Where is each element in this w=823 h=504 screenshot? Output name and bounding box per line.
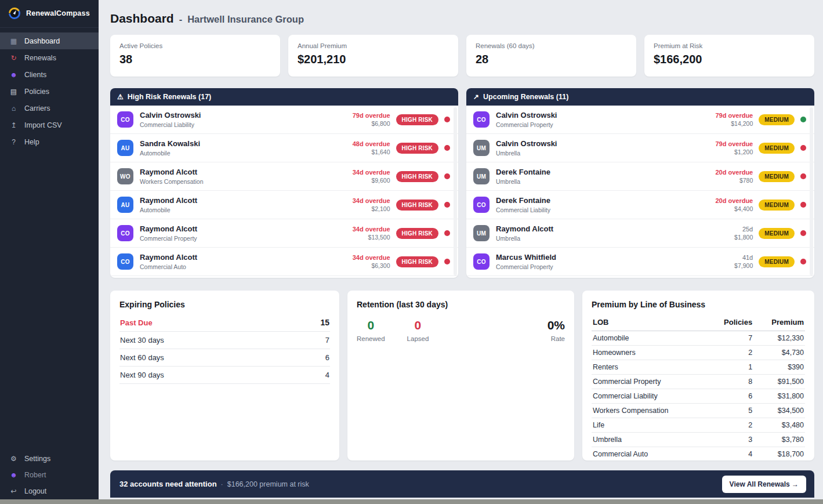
sidebar-item-policies[interactable]: ▤ Policies [0, 83, 99, 100]
renewal-row[interactable]: WO Raymond AlcottWorkers Compensation 34… [110, 162, 458, 191]
col-header-lob: LOB [592, 315, 708, 331]
sidebar-item-carriers[interactable]: ⌂ Carriers [0, 100, 99, 117]
line-of-business: Automobile [140, 206, 197, 213]
premium-amount: $6,300 [353, 262, 390, 270]
question-mark-icon: ? [9, 138, 18, 146]
status-dot [800, 202, 806, 208]
lob-avatar: UM [473, 168, 490, 184]
lob-avatar: AU [117, 197, 133, 213]
renewal-row[interactable]: UM Derek FontaineUmbrella 20d overdue$78… [466, 162, 814, 191]
due-text: 79d overdue [715, 140, 753, 148]
status-dot [800, 173, 806, 179]
line-of-business: Commercial Auto [140, 263, 197, 270]
sidebar-item-label: Carriers [24, 104, 50, 113]
renewed-count: 0 [357, 318, 385, 332]
stat-label: Renewals (60 days) [476, 42, 627, 49]
stat-label: Annual Premium [298, 42, 449, 49]
attention-count-text: 32 accounts need attention [119, 480, 217, 488]
sidebar-item-dashboard[interactable]: ▦ Dashboard [0, 32, 99, 49]
retention-card: Retention (last 30 days) 0 Renewed 0 Lap… [347, 291, 574, 461]
premium-amount: $7,900 [734, 262, 753, 270]
renewal-row[interactable]: UM Raymond AlcottUmbrella 25d$1,800 MEDI… [466, 219, 814, 248]
due-text: 34d overdue [353, 225, 390, 233]
line-of-business: Umbrella [496, 150, 557, 157]
warning-triangle-icon: ⚠ [117, 93, 124, 101]
panel-scrollbar[interactable] [810, 107, 813, 275]
premium-lob-table: LOB Policies Premium Automobile7$12,330 … [592, 315, 805, 462]
renewal-row[interactable]: CO Raymond AlcottCommercial Auto 34d ove… [110, 248, 458, 276]
status-dot [800, 259, 806, 264]
panel-scrollbar[interactable] [454, 107, 457, 275]
status-dot [800, 145, 806, 151]
renewal-row[interactable]: CO Raymond AlcottCommercial Property 34d… [110, 219, 458, 248]
risk-badge: HIGH RISK [396, 143, 438, 154]
risk-badge: MEDIUM [759, 171, 795, 182]
row-label: Next 30 days [120, 336, 164, 345]
sidebar-item-settings[interactable]: ⚙ Settings [0, 451, 99, 467]
table-row: Commercial Auto4$18,700 [592, 447, 805, 462]
sidebar: RenewalCompass ▦ Dashboard ↻ Renewals ☻ … [0, 0, 99, 504]
upcoming-renewals-panel: ↗ Upcoming Renewals (11) CO Calvin Ostro… [466, 88, 814, 278]
sidebar-item-help[interactable]: ? Help [0, 133, 99, 150]
due-text: 48d overdue [353, 140, 390, 148]
premium-amount: $13,500 [353, 234, 390, 242]
renewal-row[interactable]: CO Calvin OstrowskiCommercial Liability … [110, 106, 458, 134]
sidebar-item-label: Settings [24, 455, 50, 463]
gear-icon: ⚙ [9, 455, 18, 463]
lob-avatar: UM [473, 225, 490, 241]
view-all-renewals-button[interactable]: View All Renewals → [722, 476, 806, 493]
renewal-row[interactable]: AU Sandra KowalskiAutomobile 48d overdue… [110, 134, 458, 162]
premium-amount: $6,800 [353, 120, 390, 128]
renewal-row[interactable]: AU Raymond AlcottAutomobile 34d overdue$… [110, 191, 458, 219]
table-row: Umbrella3$3,780 [592, 433, 805, 447]
building-icon: ⌂ [9, 104, 18, 113]
client-name: Derek Fontaine [496, 196, 550, 205]
separator-dot: · [221, 480, 223, 488]
stats-row: Active Policies 38 Annual Premium $201,2… [110, 35, 814, 77]
premium-amount: $1,800 [734, 234, 753, 242]
premium-amount: $9,600 [353, 177, 390, 185]
due-text: 34d overdue [353, 253, 390, 262]
status-dot [444, 259, 450, 264]
row-label: Past Due [120, 318, 153, 327]
lapsed-count: 0 [407, 318, 429, 332]
risk-badge: HIGH RISK [396, 256, 438, 267]
sidebar-item-clients[interactable]: ☻ Clients [0, 66, 99, 83]
avatar-initials: AU [121, 202, 129, 208]
line-of-business: Umbrella [496, 235, 553, 242]
avatar-initials: CO [477, 259, 486, 265]
risk-badge: MEDIUM [759, 200, 795, 211]
sidebar-item-user[interactable]: ☻ Robert [0, 467, 99, 483]
table-row: Commercial Liability6$31,800 [592, 389, 805, 404]
lob-avatar: CO [473, 111, 490, 128]
due-text: 20d overdue [715, 197, 753, 205]
stat-card-renewals-60: Renewals (60 days) 28 [466, 35, 636, 77]
risk-badge: MEDIUM [759, 228, 795, 239]
lob-avatar: CO [473, 253, 490, 270]
renewal-row[interactable]: CO Marcus WhitfieldCommercial Property 4… [466, 248, 814, 276]
line-of-business: Commercial Property [496, 121, 557, 128]
renewal-row[interactable]: CO Derek FontaineCommercial Liability 20… [466, 191, 814, 219]
renewal-panels: ⚠ High Risk Renewals (17) CO Calvin Ostr… [110, 88, 814, 278]
renewal-row[interactable]: UM Calvin OstrowskiUmbrella 79d overdue$… [466, 134, 814, 162]
sidebar-item-logout[interactable]: ↩ Logout [0, 483, 99, 499]
people-icon: ☻ [9, 71, 18, 79]
client-name: Raymond Alcott [496, 224, 553, 233]
sidebar-item-renewals[interactable]: ↻ Renewals [0, 49, 99, 66]
risk-badge: HIGH RISK [396, 114, 438, 125]
upcoming-list: CO Calvin OstrowskiCommercial Property 7… [466, 106, 814, 278]
premium-amount: $4,400 [715, 205, 753, 213]
expiring-row-60: Next 60 days 6 [119, 349, 330, 367]
horizontal-scrollbar[interactable] [0, 499, 823, 504]
col-header-policies: Policies [708, 315, 753, 331]
table-row: Workers Compensation5$34,500 [592, 404, 805, 418]
line-of-business: Commercial Property [140, 235, 197, 242]
row-value: 4 [325, 371, 329, 379]
expiring-row-30: Next 30 days 7 [119, 332, 330, 349]
agency-name: Hartwell Insurance Group [187, 14, 304, 25]
row-label: Next 60 days [120, 353, 164, 362]
retention-renewed: 0 Renewed [357, 318, 385, 342]
sidebar-item-import-csv[interactable]: ↥ Import CSV [0, 117, 99, 133]
renewal-row[interactable]: CO Calvin OstrowskiCommercial Property 7… [466, 106, 814, 134]
client-name: Marcus Whitfield [496, 253, 556, 262]
